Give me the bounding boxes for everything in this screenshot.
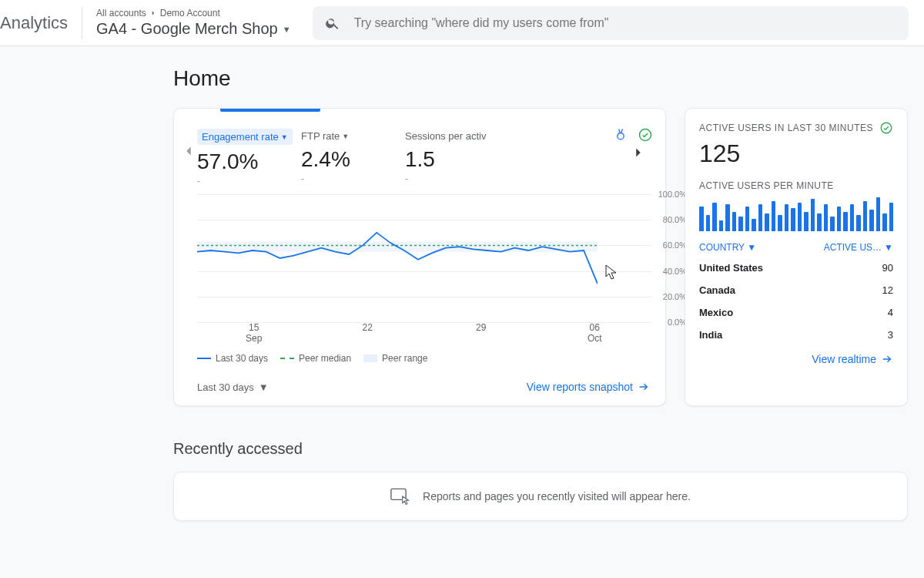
minute-bar xyxy=(752,219,756,231)
metric-sessions-per-active[interactable]: Sessions per activ 1.5 - xyxy=(405,129,509,184)
table-row: India3 xyxy=(699,320,893,342)
overview-card: Engagement rate ▼ 57.0% - FTP rate ▼ 2.4… xyxy=(173,108,666,406)
arrow-right-icon xyxy=(638,381,650,393)
minute-bar xyxy=(772,201,776,231)
minute-bar xyxy=(850,204,855,231)
svg-point-0 xyxy=(618,133,624,139)
table-row: United States90 xyxy=(699,253,893,275)
minute-bar xyxy=(712,203,717,231)
date-range-selector[interactable]: Last 30 days▼ xyxy=(197,381,269,393)
minute-bar xyxy=(738,217,743,231)
svg-point-3 xyxy=(881,123,892,133)
metric-label[interactable]: Engagement rate ▼ xyxy=(197,129,293,145)
minute-bar xyxy=(863,201,868,231)
breadcrumb-all-accounts[interactable]: All accounts xyxy=(96,8,146,18)
chart-legend: Last 30 days Peer median Peer range xyxy=(174,348,665,373)
users-per-minute-chart xyxy=(699,197,893,231)
x-axis-tick: 22 xyxy=(311,322,425,348)
metric-ftp-rate[interactable]: FTP rate ▼ 2.4% - xyxy=(301,129,405,184)
view-reports-snapshot-link[interactable]: View reports snapshot xyxy=(527,381,650,393)
search-bar[interactable] xyxy=(313,6,909,40)
country-column-header[interactable]: COUNTRY ▼ xyxy=(699,242,756,253)
minute-bar xyxy=(824,204,829,231)
view-realtime-link[interactable]: View realtime xyxy=(812,353,893,365)
metric-label[interactable]: FTP rate ▼ xyxy=(301,130,349,142)
minute-bar xyxy=(732,212,737,231)
property-name: GA4 - Google Merch Shop xyxy=(96,20,278,38)
minute-bar xyxy=(837,207,842,231)
x-axis-tick: 15Sep xyxy=(197,322,311,348)
y-axis-tick: 20.0% xyxy=(663,292,687,301)
recently-accessed-empty: Reports and pages you recently visited w… xyxy=(173,472,908,521)
caret-down-icon: ▼ xyxy=(283,25,291,34)
minute-bar xyxy=(869,210,874,231)
svg-point-1 xyxy=(640,129,651,141)
cursor-icon xyxy=(604,264,619,281)
minute-bar xyxy=(882,213,887,231)
y-axis-tick: 80.0% xyxy=(663,215,687,224)
caret-down-icon: ▼ xyxy=(259,381,269,393)
arrow-right-icon xyxy=(881,353,893,365)
metric-value: 1.5 xyxy=(405,147,509,172)
search-input[interactable] xyxy=(354,16,896,30)
y-axis-tick: 60.0% xyxy=(663,240,687,250)
metric-engagement-rate[interactable]: Engagement rate ▼ 57.0% - xyxy=(197,129,301,187)
metric-delta: - xyxy=(405,173,509,184)
minute-bar xyxy=(778,215,782,231)
minute-bar xyxy=(811,199,815,231)
minute-bar xyxy=(725,204,730,231)
x-axis-tick: 06Oct xyxy=(538,322,652,348)
search-icon xyxy=(325,15,340,31)
page-title: Home xyxy=(173,66,924,91)
table-row: Canada12 xyxy=(699,275,893,297)
reports-cursor-icon xyxy=(390,488,412,505)
caret-down-icon: ▼ xyxy=(342,133,349,140)
breadcrumb-account[interactable]: Demo Account xyxy=(160,8,220,18)
minute-bar xyxy=(889,203,894,231)
breadcrumb[interactable]: All accounts Demo Account xyxy=(96,8,291,18)
insights-medal-icon[interactable] xyxy=(613,127,628,143)
minute-bar xyxy=(699,207,704,231)
app-brand: Analytics xyxy=(0,7,82,39)
y-axis-tick: 40.0% xyxy=(663,267,687,276)
minute-bar xyxy=(804,212,808,231)
minute-bar xyxy=(856,215,861,231)
x-axis-tick: 29 xyxy=(424,322,538,348)
caret-down-icon: ▼ xyxy=(747,242,756,253)
minute-bar xyxy=(706,215,711,231)
chevron-right-icon xyxy=(630,144,647,161)
metric-delta: - xyxy=(301,173,405,184)
recently-accessed-heading: Recently accessed xyxy=(173,440,924,458)
realtime-title: ACTIVE USERS IN LAST 30 MINUTES xyxy=(699,123,873,133)
property-selector[interactable]: GA4 - Google Merch Shop ▼ xyxy=(96,20,291,38)
metric-value: 2.4% xyxy=(301,147,405,172)
engagement-chart: 100.0%80.0%60.0%40.0%20.0%0.0% 15Sep2229… xyxy=(197,194,651,348)
active-users-column-header[interactable]: ACTIVE US… ▼ xyxy=(824,242,893,253)
realtime-subtitle: ACTIVE USERS PER MINUTE xyxy=(699,180,893,191)
chevron-right-icon xyxy=(149,9,157,17)
minute-bar xyxy=(785,204,789,231)
minute-bar xyxy=(745,207,750,231)
y-axis-tick: 100.0% xyxy=(658,190,687,199)
metric-label[interactable]: Sessions per activ xyxy=(405,130,487,142)
minute-bar xyxy=(817,213,822,231)
minute-bar xyxy=(798,203,802,231)
metrics-next-button[interactable] xyxy=(625,139,651,166)
minute-bar xyxy=(791,208,795,231)
table-row: Mexico4 xyxy=(699,297,893,320)
realtime-active-users: 125 xyxy=(699,139,893,168)
metric-delta: - xyxy=(197,176,301,187)
realtime-card: ACTIVE USERS IN LAST 30 MINUTES 125 ACTI… xyxy=(685,108,908,406)
check-circle-icon[interactable] xyxy=(879,121,893,135)
minute-bar xyxy=(843,212,848,231)
metric-value: 57.0% xyxy=(197,150,301,174)
recently-accessed-empty-text: Reports and pages you recently visited w… xyxy=(423,490,691,502)
minute-bar xyxy=(765,213,769,231)
minute-bar xyxy=(758,204,763,231)
check-circle-icon[interactable] xyxy=(638,127,653,143)
caret-down-icon: ▼ xyxy=(884,242,893,253)
minute-bar xyxy=(719,220,724,231)
caret-down-icon: ▼ xyxy=(281,133,288,141)
minute-bar xyxy=(830,217,835,231)
minute-bar xyxy=(876,197,881,231)
